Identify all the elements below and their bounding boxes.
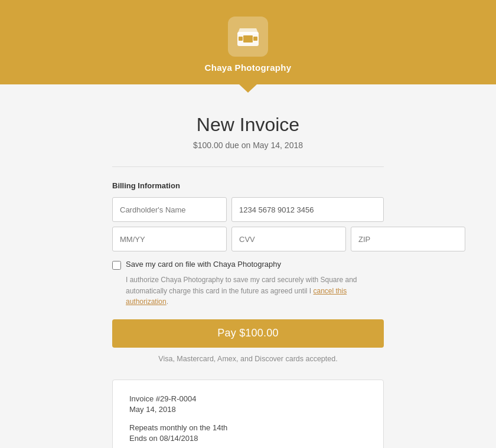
pay-button[interactable]: Pay $100.00	[112, 319, 384, 348]
cvv-input[interactable]	[231, 227, 346, 251]
save-card-label[interactable]: Save my card on file with Chaya Photogra…	[126, 260, 281, 269]
invoice-due-text: $100.00 due on May 14, 2018	[193, 140, 303, 150]
cards-accepted-text: Visa, Mastercard, Amex, and Discover car…	[112, 355, 384, 363]
invoice-date: May 14, 2018	[129, 405, 367, 414]
save-card-row: Save my card on file with Chaya Photogra…	[112, 260, 384, 270]
invoice-repeats: Repeats monthly on the 14th	[129, 423, 367, 432]
svg-rect-2	[239, 37, 243, 41]
invoice-number: Invoice #29-R-0004	[129, 394, 367, 403]
cardholder-name-input[interactable]	[112, 197, 227, 222]
zip-input[interactable]	[351, 227, 465, 251]
card-number-input[interactable]	[231, 197, 384, 222]
invoice-ends: Ends on 08/14/2018	[129, 434, 367, 443]
shop-icon	[235, 24, 261, 50]
card-row-1	[112, 197, 384, 222]
authorization-text: I authorize Chaya Photography to save my…	[126, 274, 384, 308]
invoice-details-box: Invoice #29-R-0004 May 14, 2018 Repeats …	[112, 380, 384, 448]
svg-rect-1	[243, 35, 253, 42]
billing-form: Billing Information Save my card on file…	[112, 181, 384, 448]
card-row-2	[112, 227, 384, 251]
shop-icon-wrapper	[228, 17, 268, 57]
invoice-title: New Invoice	[197, 114, 299, 136]
svg-rect-3	[253, 37, 257, 41]
page-header: Chaya Photography	[0, 0, 496, 84]
auth-text-after: .	[167, 297, 168, 306]
save-card-checkbox[interactable]	[112, 261, 121, 270]
main-content: New Invoice $100.00 due on May 14, 2018 …	[0, 84, 496, 448]
divider	[112, 166, 384, 167]
expiry-input[interactable]	[112, 227, 227, 251]
business-name: Chaya Photography	[205, 63, 292, 73]
billing-section-label: Billing Information	[112, 181, 384, 190]
